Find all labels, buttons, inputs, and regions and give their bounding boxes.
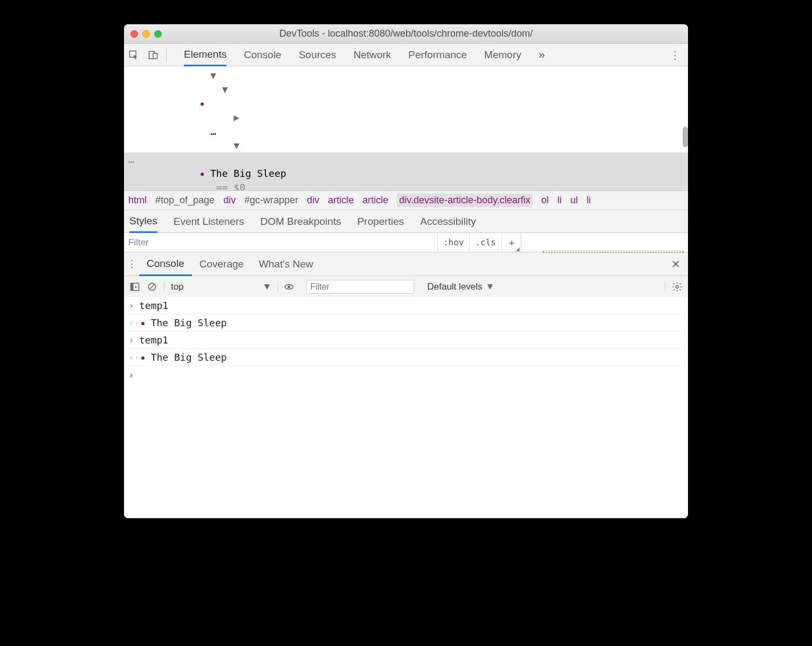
- console-filter-input[interactable]: [306, 280, 414, 294]
- console-row[interactable]: › temp1: [124, 297, 688, 314]
- dom-node[interactable]: ▶…: [124, 111, 688, 139]
- breadcrumb-segment[interactable]: li: [558, 195, 562, 206]
- breadcrumb-segment[interactable]: html: [128, 195, 147, 206]
- subtab-styles[interactable]: Styles: [129, 210, 157, 233]
- tab-sources[interactable]: Sources: [299, 44, 336, 66]
- svg-rect-4: [131, 283, 134, 290]
- devtools-window: DevTools - localhost:8080/web/tools/chro…: [124, 24, 688, 518]
- subtab-event-listeners[interactable]: Event Listeners: [174, 216, 244, 228]
- log-levels-label: Default levels: [427, 281, 482, 292]
- dom-node[interactable]: ▼: [124, 139, 688, 153]
- breadcrumb-segment[interactable]: li: [587, 195, 591, 206]
- subtab-properties[interactable]: Properties: [357, 216, 404, 228]
- chevron-down-icon: ▼: [486, 281, 495, 292]
- close-window-button[interactable]: [130, 30, 138, 38]
- svg-point-9: [676, 285, 679, 288]
- breadcrumb-segment[interactable]: div: [307, 195, 319, 206]
- tab-performance[interactable]: Performance: [408, 44, 467, 66]
- svg-rect-2: [153, 53, 157, 58]
- overflow-tabs-icon[interactable]: »: [539, 48, 545, 62]
- device-toolbar-icon[interactable]: [143, 44, 163, 66]
- context-selector-label: top: [171, 281, 184, 292]
- drawer-tab-whats-new[interactable]: What's New: [251, 252, 321, 276]
- console-row[interactable]: › temp1: [124, 332, 688, 349]
- breadcrumb-segment[interactable]: article: [362, 195, 388, 206]
- console-toolbar: top ▼ Default levels ▼: [124, 276, 688, 297]
- context-selector[interactable]: top ▼: [164, 281, 271, 292]
- dom-node-selected[interactable]: The Big Sleep == $0: [124, 153, 688, 190]
- scrollbar-thumb[interactable]: [683, 127, 688, 147]
- titlebar: DevTools - localhost:8080/web/tools/chro…: [124, 24, 688, 44]
- tab-elements[interactable]: Elements: [184, 44, 226, 66]
- live-expression-icon[interactable]: [278, 281, 300, 292]
- console-sidebar-toggle-icon[interactable]: [129, 281, 140, 292]
- main-toolbar: Elements Console Sources Network Perform…: [124, 44, 688, 66]
- breadcrumb-segment[interactable]: article: [328, 195, 354, 206]
- traffic-lights: [130, 30, 162, 38]
- svg-point-8: [288, 285, 291, 288]
- console-row[interactable]: ‹· The Big Sleep: [124, 349, 688, 366]
- console-output[interactable]: › temp1‹· The Big Sleep› temp1‹· The Big…: [124, 297, 688, 518]
- main-menu-icon[interactable]: ⋮: [662, 49, 688, 61]
- new-style-rule-icon[interactable]: ＋◢: [501, 233, 521, 252]
- dom-tree[interactable]: ▼ ▼ ▶… ▼ The Big Sleep == $0 The Long Go…: [124, 66, 688, 190]
- subtab-accessibility[interactable]: Accessibility: [420, 216, 476, 228]
- clear-console-icon[interactable]: [147, 281, 157, 292]
- zoom-window-button[interactable]: [154, 30, 162, 38]
- drawer-menu-icon[interactable]: ⋮: [124, 258, 139, 270]
- breadcrumb: html#top_of_pagediv#gc-wrapperdivarticle…: [124, 190, 688, 210]
- cls-toggle[interactable]: .cls: [469, 233, 501, 252]
- divider: [166, 47, 167, 63]
- panel-tabs: Elements Console Sources Network Perform…: [170, 44, 662, 66]
- breadcrumb-segment[interactable]: div: [223, 195, 236, 206]
- breadcrumb-segment[interactable]: ol: [541, 195, 549, 206]
- chevron-down-icon: ▼: [263, 281, 272, 292]
- breadcrumb-segment[interactable]: #gc-wrapper: [244, 195, 298, 206]
- console-empty-area: [124, 383, 688, 518]
- dom-node[interactable]: ▼: [124, 83, 688, 111]
- tab-memory[interactable]: Memory: [484, 44, 521, 66]
- console-prompt[interactable]: ›: [124, 366, 688, 383]
- drawer-tab-console[interactable]: Console: [139, 252, 192, 276]
- window-title: DevTools - localhost:8080/web/tools/chro…: [124, 28, 688, 39]
- svg-line-6: [149, 284, 155, 290]
- log-levels-selector[interactable]: Default levels ▼: [421, 281, 494, 292]
- styles-filter-bar: :hov .cls ＋◢: [124, 232, 688, 252]
- tab-network[interactable]: Network: [354, 44, 391, 66]
- styles-filter-input[interactable]: [124, 233, 437, 252]
- tab-console[interactable]: Console: [244, 44, 281, 66]
- hov-toggle[interactable]: :hov: [437, 233, 470, 252]
- breadcrumb-segment[interactable]: #top_of_page: [155, 195, 215, 206]
- breadcrumb-segment[interactable]: div.devsite-article-body.clearfix: [397, 194, 532, 207]
- drawer-close-icon[interactable]: ✕: [664, 258, 688, 271]
- inspect-element-icon[interactable]: [124, 44, 143, 66]
- subtab-dom-breakpoints[interactable]: DOM Breakpoints: [260, 216, 341, 228]
- console-settings-icon[interactable]: [665, 281, 683, 292]
- console-row[interactable]: ‹· The Big Sleep: [124, 314, 688, 332]
- minimize-window-button[interactable]: [142, 30, 150, 38]
- drawer-tabbar: ⋮ Console Coverage What's New ✕: [124, 252, 688, 276]
- breadcrumb-segment[interactable]: ul: [570, 195, 578, 206]
- drawer-tab-coverage[interactable]: Coverage: [192, 252, 251, 276]
- styles-tabbar: Styles Event Listeners DOM Breakpoints P…: [124, 210, 688, 232]
- dom-node[interactable]: ▼: [124, 68, 688, 83]
- styles-sidebar-preview: [521, 233, 688, 252]
